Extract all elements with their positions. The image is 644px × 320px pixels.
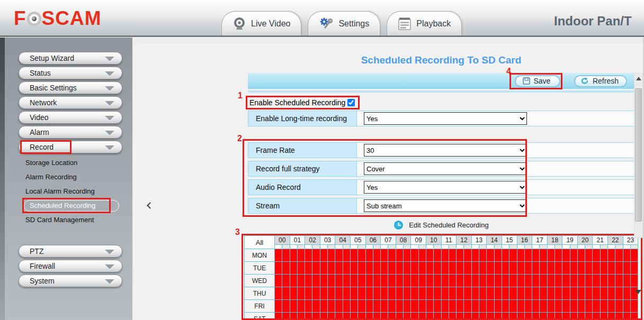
- schedule-cell[interactable]: [578, 287, 585, 300]
- schedule-halfhour-header[interactable]: [298, 245, 305, 249]
- sidebar-item-system[interactable]: System: [19, 275, 122, 287]
- schedule-cell[interactable]: [517, 249, 525, 262]
- schedule-cell[interactable]: [351, 300, 358, 313]
- schedule-hour-header[interactable]: 15: [502, 236, 517, 245]
- schedule-cell[interactable]: [358, 275, 365, 287]
- schedule-cell[interactable]: [540, 262, 547, 275]
- schedule-cell[interactable]: [282, 313, 290, 318]
- schedule-cell[interactable]: [495, 249, 502, 262]
- schedule-cell[interactable]: [290, 287, 298, 300]
- schedule-cell[interactable]: [282, 300, 290, 313]
- schedule-cell[interactable]: [343, 262, 351, 275]
- schedule-cell[interactable]: [509, 287, 517, 300]
- schedule-cell[interactable]: [548, 300, 555, 313]
- schedule-cell[interactable]: [396, 249, 404, 262]
- scrollbar-thumb[interactable]: [635, 88, 642, 222]
- schedule-cell[interactable]: [396, 262, 404, 275]
- schedule-cell[interactable]: [335, 275, 343, 287]
- schedule-cell[interactable]: [608, 275, 615, 287]
- schedule-halfhour-header[interactable]: [495, 245, 502, 249]
- schedule-hour-header[interactable]: 09: [411, 236, 426, 245]
- schedule-cell[interactable]: [623, 262, 631, 275]
- schedule-cell[interactable]: [411, 262, 418, 275]
- audio-record-select[interactable]: Yes: [364, 181, 527, 194]
- schedule-cell[interactable]: [419, 275, 426, 287]
- schedule-cell[interactable]: [442, 249, 449, 262]
- schedule-cell[interactable]: [373, 249, 381, 262]
- schedule-cell[interactable]: [525, 249, 532, 262]
- schedule-halfhour-header[interactable]: [305, 245, 312, 249]
- schedule-halfhour-header[interactable]: [517, 245, 525, 249]
- schedule-cell[interactable]: [631, 249, 638, 262]
- schedule-cell[interactable]: [290, 313, 298, 318]
- schedule-cell[interactable]: [601, 300, 608, 313]
- schedule-cell[interactable]: [449, 249, 457, 262]
- schedule-cell[interactable]: [615, 249, 623, 262]
- schedule-cell[interactable]: [601, 249, 608, 262]
- schedule-cell[interactable]: [608, 313, 615, 318]
- schedule-cell[interactable]: [562, 275, 570, 287]
- schedule-cell[interactable]: [449, 287, 457, 300]
- schedule-cell[interactable]: [312, 275, 320, 287]
- refresh-button[interactable]: Refresh: [574, 75, 627, 87]
- schedule-cell[interactable]: [517, 313, 525, 318]
- schedule-cell[interactable]: [457, 313, 464, 318]
- schedule-cell[interactable]: [381, 287, 388, 300]
- schedule-cell[interactable]: [426, 287, 434, 300]
- schedule-cell[interactable]: [411, 249, 418, 262]
- schedule-cell[interactable]: [282, 249, 290, 262]
- schedule-cell[interactable]: [540, 300, 547, 313]
- schedule-cell[interactable]: [275, 249, 282, 262]
- schedule-halfhour-header[interactable]: [442, 245, 449, 249]
- schedule-cell[interactable]: [426, 300, 434, 313]
- schedule-hour-header[interactable]: 02: [305, 236, 320, 245]
- schedule-cell[interactable]: [388, 275, 396, 287]
- schedule-cell[interactable]: [328, 275, 335, 287]
- schedule-cell[interactable]: [585, 287, 593, 300]
- schedule-cell[interactable]: [570, 313, 578, 318]
- schedule-hour-header[interactable]: 00: [275, 236, 290, 245]
- schedule-hour-header[interactable]: 10: [426, 236, 442, 245]
- schedule-cell[interactable]: [517, 262, 525, 275]
- schedule-cell[interactable]: [419, 262, 426, 275]
- schedule-cell[interactable]: [457, 262, 464, 275]
- schedule-cell[interactable]: [555, 300, 562, 313]
- schedule-cell[interactable]: [608, 300, 615, 313]
- schedule-hour-header[interactable]: 01: [290, 236, 306, 245]
- schedule-cell[interactable]: [305, 313, 312, 318]
- schedule-cell[interactable]: [290, 249, 298, 262]
- schedule-cell[interactable]: [404, 249, 411, 262]
- schedule-cell[interactable]: [298, 249, 305, 262]
- schedule-cell[interactable]: [525, 300, 532, 313]
- schedule-hour-header[interactable]: 21: [593, 236, 608, 245]
- schedule-hour-header[interactable]: 06: [366, 236, 381, 245]
- schedule-day-label[interactable]: TUE: [245, 262, 275, 275]
- schedule-cell[interactable]: [623, 300, 631, 313]
- schedule-cell[interactable]: [532, 249, 540, 262]
- sidebar-item-setup-wizard[interactable]: Setup Wizard: [19, 52, 122, 65]
- schedule-cell[interactable]: [320, 262, 328, 275]
- schedule-cell[interactable]: [578, 313, 585, 318]
- schedule-cell[interactable]: [502, 300, 509, 313]
- schedule-cell[interactable]: [426, 313, 434, 318]
- schedule-cell[interactable]: [615, 275, 623, 287]
- schedule-cell[interactable]: [562, 313, 570, 318]
- schedule-cell[interactable]: [449, 313, 457, 318]
- schedule-halfhour-header[interactable]: [593, 245, 600, 249]
- schedule-halfhour-header[interactable]: [548, 245, 555, 249]
- schedule-cell[interactable]: [457, 287, 464, 300]
- schedule-halfhour-header[interactable]: [419, 245, 426, 249]
- schedule-cell[interactable]: [509, 249, 517, 262]
- schedule-day-label[interactable]: WED: [245, 275, 275, 287]
- schedule-cell[interactable]: [601, 262, 608, 275]
- schedule-cell[interactable]: [396, 313, 404, 318]
- schedule-hour-header[interactable]: 20: [578, 236, 593, 245]
- schedule-cell[interactable]: [502, 313, 509, 318]
- schedule-halfhour-header[interactable]: [479, 245, 487, 249]
- sidebar-item-record[interactable]: Record: [19, 141, 122, 153]
- schedule-cell[interactable]: [320, 313, 328, 318]
- schedule-cell[interactable]: [373, 262, 381, 275]
- schedule-cell[interactable]: [608, 262, 615, 275]
- schedule-cell[interactable]: [631, 300, 638, 313]
- schedule-cell[interactable]: [593, 313, 600, 318]
